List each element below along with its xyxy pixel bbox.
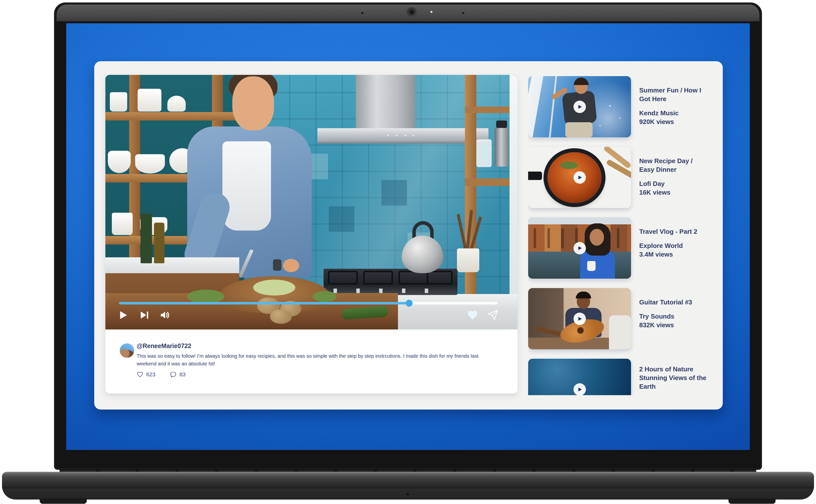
comment-reply-button[interactable]: 83 <box>170 371 185 378</box>
thumbnail-play-icon <box>574 242 586 254</box>
chair <box>609 315 631 349</box>
comment-bubble-icon <box>170 371 177 378</box>
chef-white-tee <box>222 141 271 231</box>
thumbnail-play-icon <box>574 313 586 325</box>
commenter-username: @ReneeMarie0722 <box>137 342 191 350</box>
video-channel: Kendz Music <box>639 109 714 118</box>
send-icon <box>487 309 499 321</box>
shelf-board <box>105 112 244 120</box>
laptop-lid: @ReneeMarie0722 This was so easy to foll… <box>54 2 762 470</box>
comment-like-count: 623 <box>146 371 155 378</box>
video-row-new-recipe[interactable]: New Recipe Day / Easy Dinner Lofi Day 16… <box>528 147 717 208</box>
video-channel: Try Sounds <box>639 312 714 321</box>
bottle <box>154 223 164 263</box>
next-button[interactable] <box>139 309 150 321</box>
range-hood-buttons <box>386 134 415 137</box>
video-meta: 2 Hours of Nature Stunning Views of the … <box>639 359 714 395</box>
video-views: 12.3M views <box>639 394 714 395</box>
thumbnail-whale-underwater[interactable] <box>528 359 631 395</box>
thermos <box>495 127 509 167</box>
microphone-hole-left <box>361 12 363 14</box>
commenter-avatar[interactable] <box>120 343 134 358</box>
bowl <box>135 154 165 174</box>
play-icon <box>117 309 129 321</box>
dish-stack <box>167 96 186 112</box>
video-row-guitar-tutorial[interactable]: Guitar Tutorial #3 Try Sounds 832K views <box>528 288 717 349</box>
bezel-camera-strip <box>57 4 759 21</box>
video-row-summer-fun[interactable]: Summer Fun / How I Got Here Kendz Music … <box>528 76 717 137</box>
laptop-base <box>2 472 814 500</box>
figure-hair <box>574 78 589 85</box>
tile <box>329 206 354 232</box>
next-icon <box>139 309 150 321</box>
cup-stack <box>112 213 133 235</box>
gas-stove <box>324 269 457 295</box>
comment-section: @ReneeMarie0722 This was so easy to foll… <box>105 329 517 393</box>
chef-head <box>232 76 274 130</box>
progress-knob[interactable] <box>406 300 413 307</box>
bowl <box>108 151 131 173</box>
latch-notch <box>406 493 409 496</box>
progress-bar[interactable] <box>119 302 498 304</box>
thumbnail-travel-town[interactable] <box>528 217 631 279</box>
stove-grate <box>363 271 393 285</box>
video-row-travel-vlog[interactable]: Travel Vlog - Part 2 Explore World 3.4M … <box>528 217 717 279</box>
greens <box>313 291 336 302</box>
video-meta: Summer Fun / How I Got Here Kendz Music … <box>639 76 714 137</box>
dish-stack <box>138 89 161 112</box>
video-meta: New Recipe Day / Easy Dinner Lofi Day 16… <box>639 147 714 208</box>
volume-icon <box>159 309 171 321</box>
pot-handle <box>528 172 542 180</box>
video-title: 2 Hours of Nature Stunning Views of the … <box>639 365 714 391</box>
thumbnail-play-icon <box>574 101 586 113</box>
webcam-lens <box>410 10 414 14</box>
laptop-foot-right <box>728 498 776 504</box>
video-meta: Guitar Tutorial #3 Try Sounds 832K views <box>639 288 714 349</box>
like-button[interactable] <box>467 309 478 321</box>
stove-grate <box>427 271 453 285</box>
video-channel: Explore World <box>639 241 714 250</box>
wrist-watch <box>273 259 281 271</box>
canal-water <box>528 252 631 279</box>
thumbnail-play-icon <box>574 171 586 184</box>
video-meta: Travel Vlog - Part 2 Explore World 3.4M … <box>639 217 714 279</box>
thumbnail-play-icon <box>574 383 586 395</box>
video-title: Summer Fun / How I Got Here <box>639 86 714 103</box>
video-channel: Lofi Day <box>639 179 714 188</box>
video-app-window: @ReneeMarie0722 This was so easy to foll… <box>94 61 723 410</box>
player-card: @ReneeMarie0722 This was so easy to foll… <box>105 75 517 393</box>
thumbnail-man-sailing[interactable] <box>528 76 631 137</box>
comment-like-button[interactable]: 623 <box>137 371 155 378</box>
volume-button[interactable] <box>159 309 171 321</box>
up-next-list: Summer Fun / How I Got Here Kendz Music … <box>528 76 717 395</box>
video-frame[interactable] <box>105 75 517 329</box>
progress-fill <box>119 302 409 304</box>
comment-text: This was so easy to follow! I’m always l… <box>137 352 497 368</box>
thumbnail-guitar-player[interactable] <box>528 288 631 349</box>
share-button[interactable] <box>487 309 499 321</box>
whale-body <box>542 371 631 395</box>
video-views: 3.4M views <box>639 250 714 259</box>
thumbnail-stew-pot[interactable] <box>528 147 631 208</box>
chopped-greens <box>253 280 295 296</box>
guitar-soundhole <box>577 327 584 334</box>
chef-hand <box>283 259 299 272</box>
mast <box>548 76 557 137</box>
video-views: 16K views <box>639 188 714 197</box>
video-row-nature-hours[interactable]: 2 Hours of Nature Stunning Views of the … <box>528 359 717 395</box>
greens <box>187 290 224 303</box>
play-button[interactable] <box>117 309 129 321</box>
video-title: New Recipe Day / Easy Dinner <box>639 157 714 174</box>
window-light <box>510 75 517 298</box>
comment-reply-count: 83 <box>180 371 185 378</box>
bottle <box>141 214 152 263</box>
stove-knobs <box>333 289 448 293</box>
heart-filled-icon <box>467 309 478 321</box>
microphone-hole-right <box>462 12 464 14</box>
screen-wallpaper: @ReneeMarie0722 This was so easy to foll… <box>66 23 750 450</box>
webcam-led <box>430 11 432 13</box>
cup <box>587 261 596 271</box>
glass-jar <box>476 139 492 167</box>
heart-outline-icon <box>137 371 143 378</box>
utensil-crock <box>457 248 479 272</box>
